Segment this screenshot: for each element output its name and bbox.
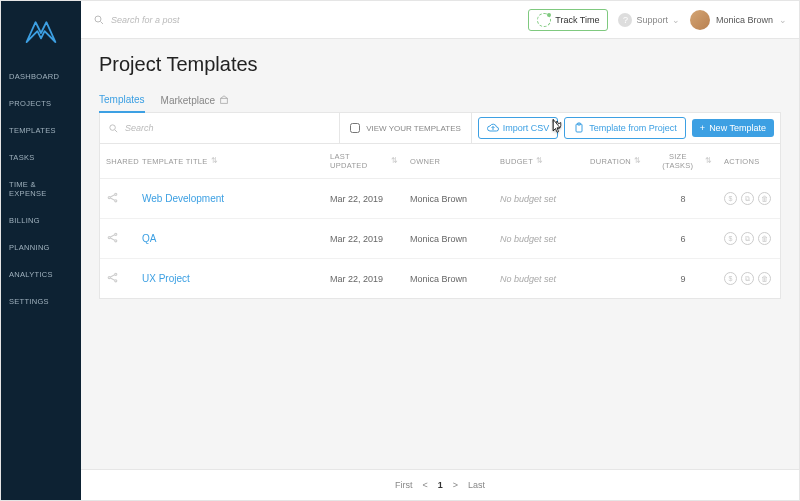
action-copy-icon[interactable]: ⧉ (741, 192, 754, 205)
new-template-label: New Template (709, 123, 766, 133)
template-title-link[interactable]: QA (142, 233, 156, 244)
col-shared[interactable]: SHARED (100, 144, 136, 178)
size-value: 8 (648, 190, 718, 208)
help-icon: ? (618, 13, 632, 27)
track-time-button[interactable]: Track Time (528, 9, 608, 31)
action-dollar-icon[interactable]: $ (724, 192, 737, 205)
sort-icon: ⇅ (705, 158, 712, 164)
col-title[interactable]: TEMPLATE TITLE⇅ (136, 144, 324, 178)
toolbar: Search VIEW YOUR TEMPLATES Import CSV Te… (99, 113, 781, 144)
tab-templates[interactable]: Templates (99, 88, 145, 113)
size-value: 6 (648, 230, 718, 248)
main: Search for a post Track Time ? Support ⌄… (81, 1, 799, 500)
pager-next[interactable]: > (453, 480, 458, 490)
duration-value (584, 195, 648, 203)
pager-last[interactable]: Last (468, 480, 485, 490)
action-delete-icon[interactable]: 🗑 (758, 232, 771, 245)
sort-icon: ⇅ (211, 158, 218, 164)
nav-settings[interactable]: SETTINGS (1, 294, 81, 309)
svg-point-17 (108, 276, 110, 278)
shared-icon (100, 227, 136, 250)
duration-value (584, 235, 648, 243)
svg-line-21 (110, 278, 114, 280)
import-csv-button[interactable]: Import CSV (478, 117, 559, 139)
svg-point-3 (110, 124, 116, 129)
budget-value: No budget set (494, 190, 584, 208)
global-search-placeholder: Search for a post (111, 15, 180, 25)
view-your-templates-checkbox[interactable] (350, 123, 360, 133)
template-from-project-button[interactable]: Template from Project (564, 117, 686, 139)
col-owner[interactable]: OWNER (404, 144, 494, 178)
updated-date: Mar 22, 2019 (324, 190, 404, 208)
table-header: SHARED TEMPLATE TITLE⇅ LAST UPDATED⇅ OWN… (100, 144, 780, 179)
row-actions: $⧉🗑 (718, 268, 780, 289)
nav-time-expense[interactable]: TIME & EXPENSE (1, 177, 81, 201)
plus-icon: + (700, 123, 705, 133)
pager-prev[interactable]: < (422, 480, 427, 490)
updated-date: Mar 22, 2019 (324, 270, 404, 288)
table-row: Web DevelopmentMar 22, 2019Monica BrownN… (100, 179, 780, 219)
svg-line-15 (110, 235, 114, 237)
svg-point-7 (108, 196, 110, 198)
col-duration[interactable]: DURATION⇅ (584, 144, 648, 178)
user-name: Monica Brown (716, 15, 773, 25)
new-template-button[interactable]: + New Template (692, 119, 774, 137)
action-delete-icon[interactable]: 🗑 (758, 192, 771, 205)
support-menu[interactable]: ? Support ⌄ (618, 13, 680, 27)
chevron-down-icon: ⌄ (672, 15, 680, 25)
user-menu[interactable]: Monica Brown ⌄ (690, 10, 787, 30)
svg-point-19 (115, 280, 117, 282)
view-your-templates-label: VIEW YOUR TEMPLATES (366, 124, 461, 133)
svg-line-11 (110, 198, 114, 200)
shared-icon (100, 187, 136, 210)
shared-icon (100, 267, 136, 290)
track-time-label: Track Time (555, 15, 599, 25)
svg-point-14 (115, 240, 117, 242)
row-actions: $⧉🗑 (718, 228, 780, 249)
nav: DASHBOARD PROJECTS TEMPLATES TASKS TIME … (1, 69, 81, 309)
clock-icon (537, 13, 551, 27)
owner-name: Monica Brown (404, 230, 494, 248)
updated-date: Mar 22, 2019 (324, 230, 404, 248)
nav-dashboard[interactable]: DASHBOARD (1, 69, 81, 84)
nav-projects[interactable]: PROJECTS (1, 96, 81, 111)
sort-icon: ⇅ (391, 158, 398, 164)
nav-billing[interactable]: BILLING (1, 213, 81, 228)
action-dollar-icon[interactable]: $ (724, 232, 737, 245)
action-dollar-icon[interactable]: $ (724, 272, 737, 285)
col-updated[interactable]: LAST UPDATED⇅ (324, 144, 404, 178)
view-your-templates-toggle[interactable]: VIEW YOUR TEMPLATES (340, 113, 472, 143)
nav-templates[interactable]: TEMPLATES (1, 123, 81, 138)
clipboard-icon (573, 122, 585, 134)
sort-icon: ⇅ (634, 158, 641, 164)
action-copy-icon[interactable]: ⧉ (741, 272, 754, 285)
nav-analytics[interactable]: ANALYTICS (1, 267, 81, 282)
tabs: Templates Marketplace (99, 88, 781, 113)
col-size[interactable]: SIZE (TASKS)⇅ (648, 144, 718, 178)
template-search[interactable]: Search (100, 113, 340, 143)
nav-planning[interactable]: PLANNING (1, 240, 81, 255)
action-delete-icon[interactable]: 🗑 (758, 272, 771, 285)
svg-line-20 (110, 275, 114, 277)
templates-table: SHARED TEMPLATE TITLE⇅ LAST UPDATED⇅ OWN… (99, 144, 781, 299)
table-row: QAMar 22, 2019Monica BrownNo budget set6… (100, 219, 780, 259)
table-body: Web DevelopmentMar 22, 2019Monica BrownN… (100, 179, 780, 298)
col-budget[interactable]: BUDGET⇅ (494, 144, 584, 178)
pager-first[interactable]: First (395, 480, 413, 490)
tab-marketplace[interactable]: Marketplace (161, 88, 229, 112)
template-from-project-label: Template from Project (589, 123, 677, 133)
toolbar-buttons: Import CSV Template from Project + New T… (472, 113, 780, 143)
template-title-link[interactable]: Web Development (142, 193, 224, 204)
tab-marketplace-label: Marketplace (161, 95, 215, 106)
action-copy-icon[interactable]: ⧉ (741, 232, 754, 245)
svg-rect-2 (221, 98, 228, 103)
size-value: 9 (648, 270, 718, 288)
svg-point-12 (108, 236, 110, 238)
svg-point-9 (115, 200, 117, 202)
nav-tasks[interactable]: TASKS (1, 150, 81, 165)
global-search[interactable]: Search for a post (93, 14, 518, 26)
template-title-link[interactable]: UX Project (142, 273, 190, 284)
page-title: Project Templates (99, 53, 781, 76)
topbar: Search for a post Track Time ? Support ⌄… (81, 1, 799, 39)
row-actions: $⧉🗑 (718, 188, 780, 209)
